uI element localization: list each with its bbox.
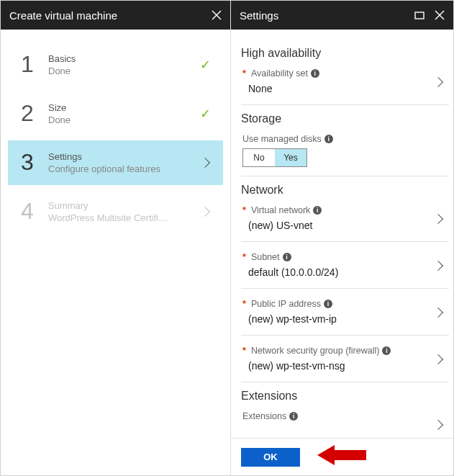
required-indicator: *: [242, 205, 246, 215]
field-availability-set[interactable]: * Availability set i None: [241, 66, 449, 103]
step-number: 3: [18, 149, 48, 176]
create-vm-header: Create virtual machine: [1, 1, 230, 30]
toggle-option-yes[interactable]: Yes: [275, 149, 307, 166]
field-value: default (10.0.0.0/24): [242, 262, 432, 279]
chevron-right-icon: [433, 307, 443, 318]
step-title: Summary: [48, 200, 197, 211]
field-virtual-network[interactable]: *Virtual networki (new) US-vnet: [241, 202, 449, 240]
chevron-right-icon: [433, 261, 443, 271]
settings-header: Settings: [231, 1, 453, 30]
required-indicator: *: [242, 299, 246, 309]
section-high-availability: High availability: [241, 47, 449, 60]
chevron-right-icon: [433, 214, 443, 224]
wizard-steps: 1 Basics Done ✓ 2 Size Done ✓ 3 Settings: [1, 30, 230, 247]
maximize-icon[interactable]: [414, 10, 425, 20]
field-label-text: Public IP address: [251, 299, 321, 309]
step-subtitle: Configure optional features: [48, 163, 171, 174]
wizard-step-size[interactable]: 2 Size Done ✓: [8, 91, 223, 136]
divider: [241, 104, 449, 105]
info-icon[interactable]: i: [313, 206, 322, 215]
info-icon[interactable]: i: [324, 300, 332, 308]
chevron-right-icon: [200, 157, 210, 167]
check-icon: ✓: [200, 106, 211, 122]
step-subtitle: Done: [48, 114, 171, 125]
field-label-text: Availability set: [251, 68, 308, 78]
divider: [241, 335, 449, 336]
step-subtitle: Done: [48, 66, 171, 76]
field-value: None: [242, 78, 432, 96]
field-label-text: Extensions: [242, 411, 286, 421]
chevron-right-icon: [433, 420, 443, 430]
check-icon: ✓: [200, 57, 211, 73]
field-label-text: Use managed disks: [242, 134, 322, 144]
close-icon[interactable]: [435, 10, 445, 20]
info-icon[interactable]: i: [382, 346, 391, 355]
required-indicator: *: [242, 68, 246, 78]
chevron-right-icon: [433, 354, 443, 364]
step-title: Settings: [48, 151, 197, 162]
field-public-ip[interactable]: *Public IP addressi (new) wp-test-vm-ip: [241, 296, 449, 333]
field-value: [242, 421, 432, 427]
field-value: (new) wp-test-vm-ip: [242, 309, 432, 326]
close-icon[interactable]: [212, 10, 222, 20]
field-value: (new) wp-test-vm-nsg: [242, 356, 432, 373]
info-icon[interactable]: i: [324, 135, 333, 143]
field-extensions[interactable]: Extensionsi: [241, 408, 449, 436]
section-storage: Storage: [241, 112, 449, 125]
ok-button[interactable]: OK: [241, 448, 300, 467]
required-indicator: *: [242, 252, 246, 262]
step-title: Size: [48, 102, 197, 113]
info-icon[interactable]: i: [283, 253, 291, 261]
section-network: Network: [241, 184, 449, 197]
step-number: 1: [18, 51, 48, 78]
field-label-text: Network security group (firewall): [251, 346, 380, 356]
settings-title: Settings: [240, 9, 278, 22]
create-vm-panel: Create virtual machine 1 Basics Done ✓ 2…: [1, 1, 231, 475]
info-icon[interactable]: i: [289, 412, 298, 421]
step-number: 2: [18, 100, 48, 127]
wizard-step-basics[interactable]: 1 Basics Done ✓: [8, 42, 223, 87]
required-indicator: *: [242, 346, 246, 356]
field-nsg[interactable]: *Network security group (firewall)i (new…: [241, 343, 449, 380]
chevron-right-icon: [200, 206, 210, 216]
divider: [241, 176, 449, 176]
settings-footer: OK: [231, 438, 453, 475]
step-title: Basics: [48, 53, 197, 64]
wizard-step-settings[interactable]: 3 Settings Configure optional features: [8, 140, 223, 185]
field-value: (new) US-vnet: [242, 215, 432, 233]
field-subnet[interactable]: *Subneti default (10.0.0.0/24): [241, 249, 449, 287]
divider: [241, 241, 449, 242]
field-managed-disks: Use managed disks i No Yes: [241, 131, 449, 174]
section-extensions: Extensions: [241, 390, 449, 403]
step-number: 4: [18, 198, 48, 225]
divider: [241, 382, 449, 382]
managed-disks-toggle[interactable]: No Yes: [242, 148, 307, 167]
divider: [241, 288, 449, 289]
field-label-text: Subnet: [251, 252, 280, 262]
svg-rect-2: [415, 12, 424, 19]
wizard-step-summary: 4 Summary WordPress Multisite Certified …: [8, 189, 223, 234]
create-vm-title: Create virtual machine: [9, 9, 117, 22]
toggle-option-no[interactable]: No: [243, 149, 275, 166]
settings-panel: Settings High availability * Availabilit…: [231, 1, 453, 475]
field-label-text: Virtual network: [251, 205, 310, 215]
chevron-right-icon: [433, 77, 443, 87]
settings-body[interactable]: High availability * Availability set i N…: [231, 30, 453, 438]
step-subtitle: WordPress Multisite Certified b...: [48, 212, 171, 223]
info-icon[interactable]: i: [311, 69, 319, 78]
